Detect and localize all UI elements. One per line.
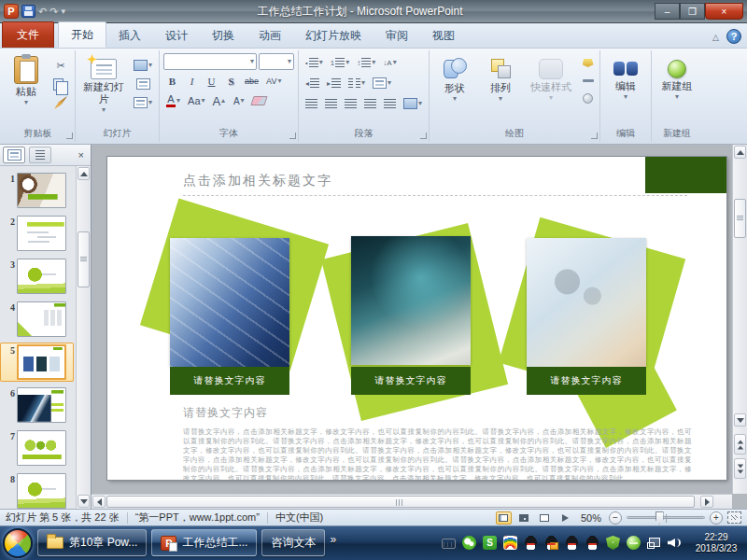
new-slide-button[interactable]: 新建幻灯片 ▾ [79, 53, 128, 127]
increase-indent-button[interactable]: ▸ [324, 75, 344, 91]
close-panel-icon[interactable]: × [75, 149, 88, 161]
strikethrough-button[interactable]: abe [242, 73, 261, 90]
bullets-button[interactable]: •▾ [303, 54, 326, 71]
taskbar-overflow-chevron[interactable]: » [330, 533, 336, 546]
tab-transitions[interactable]: 切换 [200, 23, 247, 48]
paste-dropdown-icon[interactable]: ▾ [24, 100, 28, 105]
scroll-up-button[interactable] [734, 146, 746, 159]
slideshow-view-button[interactable] [557, 511, 573, 525]
text-direction-button[interactable]: ↓A▾ [380, 54, 399, 71]
normal-view-button[interactable] [496, 511, 512, 525]
scroll-down-button[interactable] [734, 413, 746, 427]
align-right-button[interactable] [342, 95, 359, 112]
thumbnail-image[interactable] [17, 301, 66, 337]
input-method-keyboard-icon[interactable] [442, 539, 456, 549]
redo-icon[interactable]: ↷ [49, 6, 58, 18]
align-text-button[interactable]: ▾ [370, 75, 394, 91]
tab-view[interactable]: 视图 [420, 23, 467, 48]
thumbnail-image[interactable] [17, 259, 66, 294]
quick-styles-button[interactable]: 快速样式 ▾ [525, 53, 577, 127]
zoom-slider[interactable] [627, 516, 705, 519]
paragraph-dialog-launcher-icon[interactable] [420, 133, 427, 139]
zoom-percentage[interactable]: 50% [581, 512, 601, 524]
cut-button[interactable]: ✂ [50, 57, 71, 74]
clear-formatting-button[interactable] [249, 92, 269, 109]
thumbnail-image[interactable] [17, 473, 66, 509]
thumbnail-image[interactable] [17, 173, 66, 208]
tab-review[interactable]: 审阅 [374, 23, 420, 48]
language-indicator[interactable]: 中文(中国) [275, 511, 323, 525]
save-icon[interactable] [21, 5, 35, 18]
tab-home[interactable]: 开始 [58, 21, 106, 48]
italic-button[interactable]: I [183, 73, 201, 90]
qq-penguin-icon-4[interactable] [585, 536, 599, 550]
card-image-gears-hand[interactable] [527, 238, 646, 367]
network-icon[interactable] [647, 536, 661, 550]
font-size-combobox[interactable]: ▾ [259, 53, 294, 70]
text-shadow-button[interactable]: S [222, 73, 240, 90]
powerpoint-app-icon[interactable]: P [4, 4, 19, 19]
green-corner-shape[interactable] [645, 157, 726, 193]
layout-button[interactable]: ▾ [131, 57, 155, 74]
slide-thumbnail-4[interactable]: 4 [0, 300, 74, 339]
card-caption-2[interactable]: 请替换文字内容 [351, 367, 471, 395]
slide-thumbnail-8[interactable]: 8 [0, 471, 74, 509]
tab-design[interactable]: 设计 [153, 23, 200, 48]
justify-button[interactable] [361, 95, 379, 112]
minimize-button[interactable]: – [655, 3, 680, 20]
slide-thumbnail-2[interactable]: 2 [0, 214, 74, 253]
help-button[interactable]: ? [726, 29, 741, 44]
font-dialog-launcher-icon[interactable] [289, 133, 296, 139]
arrange-button[interactable]: 排列 ▾ [479, 53, 522, 127]
numbering-button[interactable]: 1▾ [328, 54, 352, 71]
zoom-in-button[interactable]: + [710, 511, 723, 525]
panel-scroll-down-button[interactable] [78, 495, 90, 508]
scroll-left-button[interactable] [92, 496, 106, 508]
font-name-combobox[interactable]: ▾ [163, 53, 257, 70]
taskbar-clock[interactable]: 22:29 2018/3/23 [688, 532, 744, 554]
line-spacing-button[interactable]: ↕▾ [354, 54, 378, 71]
format-painter-button[interactable] [50, 94, 71, 111]
card-image-business-stairs[interactable] [170, 238, 289, 367]
previous-slide-button[interactable] [734, 434, 746, 455]
drawing-dialog-launcher-icon[interactable] [591, 133, 598, 139]
thumbnail-image[interactable] [17, 344, 66, 380]
shrink-font-button[interactable]: A▾ [230, 92, 247, 109]
thumbnail-image[interactable] [17, 430, 66, 466]
slide-thumbnail-1[interactable]: 1 [0, 171, 74, 210]
close-button[interactable]: × [705, 3, 743, 20]
shape-effects-button[interactable] [580, 91, 596, 105]
reading-view-button[interactable] [537, 511, 553, 525]
zoom-slider-thumb[interactable] [655, 511, 664, 525]
vertical-scroll-thumb[interactable] [734, 199, 746, 238]
collapse-ribbon-icon[interactable]: △ [712, 33, 719, 42]
horizontal-scroll-thumb[interactable] [106, 496, 695, 508]
horizontal-scrollbar[interactable] [92, 494, 732, 509]
slide-number-indicator[interactable]: 幻灯片 第 5 张，共 22 张 [6, 511, 120, 525]
tab-file[interactable]: 文件 [2, 21, 54, 48]
card-caption-3[interactable]: 请替换文字内容 [527, 367, 646, 395]
bold-button[interactable]: B [163, 73, 181, 90]
card-caption-1[interactable]: 请替换文字内容 [170, 367, 289, 395]
volume-icon[interactable] [668, 536, 682, 550]
theme-name[interactable]: “第一PPT，www.1ppt.com” [135, 511, 260, 525]
slides-thumbnails-tab[interactable] [3, 147, 25, 163]
copy-button[interactable]: ▾ [50, 76, 71, 92]
green-sphere-tray-icon[interactable] [627, 536, 641, 550]
wechat-icon[interactable] [462, 536, 476, 550]
start-button-orb[interactable] [3, 528, 33, 558]
reset-slide-button[interactable] [131, 76, 155, 92]
tab-slideshow[interactable]: 幻灯片放映 [293, 23, 374, 48]
taskbar-button-text[interactable]: 咨询文本 [261, 529, 325, 556]
panel-scroll-thumb[interactable] [78, 231, 90, 287]
slides-panel-scrollbar[interactable] [76, 166, 91, 509]
outline-tab[interactable] [29, 147, 51, 163]
tab-insert[interactable]: 插入 [106, 23, 153, 48]
character-spacing-button[interactable]: AV▾ [263, 73, 284, 90]
slide-body-text[interactable]: 请替换文字内容，点击添加相关标题文字，修改文字内容，也可以直接复制你的内容到此。… [183, 427, 692, 480]
antivirus-shield-icon[interactable] [606, 536, 620, 550]
vertical-scrollbar[interactable] [732, 145, 747, 494]
slide-sorter-view-button[interactable] [516, 511, 532, 525]
zoom-out-button[interactable]: − [609, 511, 622, 525]
section-button[interactable]: ▾ [131, 94, 155, 111]
